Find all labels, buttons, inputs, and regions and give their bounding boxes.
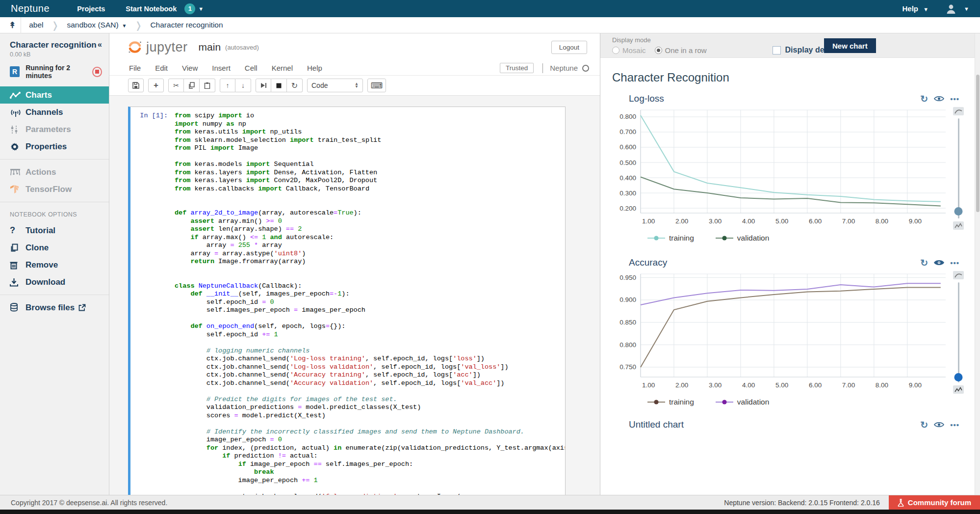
sidebar-item-tutorial[interactable]: ? Tutorial	[0, 222, 109, 239]
radio-mosaic-label[interactable]: Mosaic	[622, 46, 646, 54]
eye-icon[interactable]	[934, 259, 944, 266]
svg-text:0.750: 0.750	[619, 363, 636, 371]
menu-insert[interactable]: Insert	[212, 64, 231, 72]
menu-help[interactable]: Help	[307, 64, 322, 72]
jupyter-logo-icon	[127, 39, 143, 55]
cut-cell-button[interactable]: ✂	[168, 79, 184, 92]
chart-title: Accuracy	[629, 257, 667, 268]
more-options-icon[interactable]: •••	[950, 259, 959, 267]
more-options-icon[interactable]: •••	[950, 95, 959, 103]
breadcrumb-project[interactable]: sandbox (SAN)▼	[67, 21, 127, 29]
menu-file[interactable]: File	[129, 64, 141, 72]
refresh-chart-icon[interactable]: ↻	[920, 420, 928, 430]
smoothing-slider[interactable]	[958, 282, 959, 382]
sidebar-item-properties[interactable]: Properties	[0, 138, 109, 155]
svg-text:6.00: 6.00	[809, 217, 822, 225]
sidebar-item-download[interactable]: Download	[0, 273, 109, 291]
menu-edit[interactable]: Edit	[155, 64, 168, 72]
refresh-chart-icon[interactable]: ↻	[920, 94, 928, 104]
autosave-status: (autosaved)	[225, 44, 259, 51]
sidebar-item-clone[interactable]: Clone	[0, 239, 109, 256]
up-level-icon[interactable]: ↟	[7, 20, 21, 30]
svg-text:2.00: 2.00	[675, 381, 688, 389]
legend-item[interactable]: validation	[716, 398, 770, 406]
notebook-count-badge[interactable]: 1	[184, 3, 195, 14]
smooth-curve-icon[interactable]	[953, 107, 964, 115]
raw-data-icon[interactable]	[953, 221, 964, 230]
chevron-down-icon[interactable]: ▼	[198, 6, 204, 12]
scrollbar[interactable]	[975, 33, 980, 495]
more-options-icon[interactable]: •••	[950, 421, 959, 429]
user-avatar-icon[interactable]	[945, 3, 957, 14]
menu-cell[interactable]: Cell	[245, 64, 258, 72]
refresh-chart-icon[interactable]: ↻	[920, 258, 928, 268]
code-cell[interactable]: In [1]: from scipy import io import nump…	[128, 107, 566, 495]
legend-label: training	[669, 234, 694, 243]
sidebar-item-charts[interactable]: Charts	[0, 86, 109, 104]
eye-icon[interactable]	[934, 95, 944, 102]
scrollbar-thumb[interactable]	[976, 75, 980, 212]
radio-mosaic[interactable]	[612, 47, 619, 54]
move-cell-down-button[interactable]: ↓	[235, 79, 251, 92]
display-default-charts-checkbox[interactable]	[773, 46, 781, 54]
raw-data-icon[interactable]	[953, 385, 964, 394]
menu-view[interactable]: View	[182, 64, 198, 72]
broadcast-icon	[10, 108, 26, 117]
divider	[21, 17, 21, 33]
smoothing-slider-handle[interactable]	[954, 373, 963, 381]
move-cell-up-button[interactable]: ↑	[220, 79, 235, 92]
svg-text:7.00: 7.00	[842, 381, 855, 389]
legend-item[interactable]: training	[647, 234, 694, 243]
nav-start-notebook[interactable]: Start Notebook	[126, 5, 177, 13]
help-menu[interactable]: Help ▼	[903, 4, 929, 13]
legend-item[interactable]: validation	[716, 234, 770, 243]
sidebar-item-actions[interactable]: Actions	[0, 163, 109, 181]
cell-type-select[interactable]: Code ▲▼	[307, 79, 363, 92]
divider	[0, 202, 109, 202]
copyright-text: Copyright 2017 © deepsense.ai. All right…	[0, 499, 167, 507]
cell-code-editor[interactable]: from scipy import io import numpy as np …	[174, 107, 565, 495]
smoothing-slider-handle[interactable]	[954, 207, 963, 216]
brand-logo[interactable]: Neptune	[11, 3, 50, 14]
trash-icon	[10, 261, 26, 270]
insert-cell-button[interactable]: +	[148, 79, 164, 92]
nav-projects[interactable]: Projects	[77, 5, 105, 13]
stop-button[interactable]	[92, 67, 102, 77]
chart-card-untitled: Untitled chart ↻ •••	[612, 419, 963, 430]
run-cell-button[interactable]	[256, 79, 271, 92]
copy-cell-button[interactable]	[184, 79, 200, 92]
sidebar-item-browse-files[interactable]: Browse files	[0, 299, 109, 316]
eye-icon[interactable]	[934, 421, 944, 428]
collapse-sidebar-icon[interactable]: «	[98, 40, 102, 49]
sidebar-item-channels[interactable]: Channels	[0, 104, 109, 121]
smooth-curve-icon[interactable]	[953, 271, 964, 279]
sidebar-item-parameters[interactable]: Parameters	[0, 121, 109, 138]
smoothing-slider[interactable]	[958, 118, 959, 218]
display-mode-bar: Display mode Mosaic One in a row Display…	[600, 33, 980, 58]
logout-button[interactable]: Logout	[551, 41, 587, 54]
chart-title: Untitled chart	[629, 419, 684, 430]
save-button[interactable]	[128, 79, 144, 92]
radio-one-in-a-row-label[interactable]: One in a row	[665, 46, 707, 54]
command-palette-button[interactable]: ⌨	[367, 79, 386, 92]
jupyter-wordmark[interactable]: jupyter	[146, 40, 188, 55]
svg-text:5.00: 5.00	[775, 217, 788, 225]
legend-marker-icon	[647, 399, 665, 405]
paste-cell-button[interactable]	[200, 79, 215, 92]
new-chart-button[interactable]: New chart	[824, 38, 876, 53]
chevron-down-icon[interactable]: ▼	[964, 6, 969, 12]
sidebar-item-tensorflow[interactable]: TensorFlow	[0, 181, 109, 198]
interrupt-kernel-button[interactable]	[271, 79, 287, 92]
restart-kernel-button[interactable]: ↻	[287, 79, 303, 92]
svg-text:0.700: 0.700	[619, 128, 636, 135]
sidebar-item-remove[interactable]: Remove	[0, 256, 109, 273]
notebook-title[interactable]: main	[199, 41, 221, 53]
notebook-toolbar: + ✂ ↑ ↓	[109, 76, 600, 96]
menu-kernel[interactable]: Kernel	[272, 64, 293, 72]
radio-one-in-a-row[interactable]	[655, 47, 662, 54]
legend-label: training	[669, 398, 694, 406]
svg-text:0.950: 0.950	[619, 274, 636, 281]
legend-item[interactable]: training	[647, 398, 694, 406]
community-forum-button[interactable]: Community forum	[889, 495, 980, 510]
breadcrumb-user[interactable]: abel	[29, 21, 43, 29]
